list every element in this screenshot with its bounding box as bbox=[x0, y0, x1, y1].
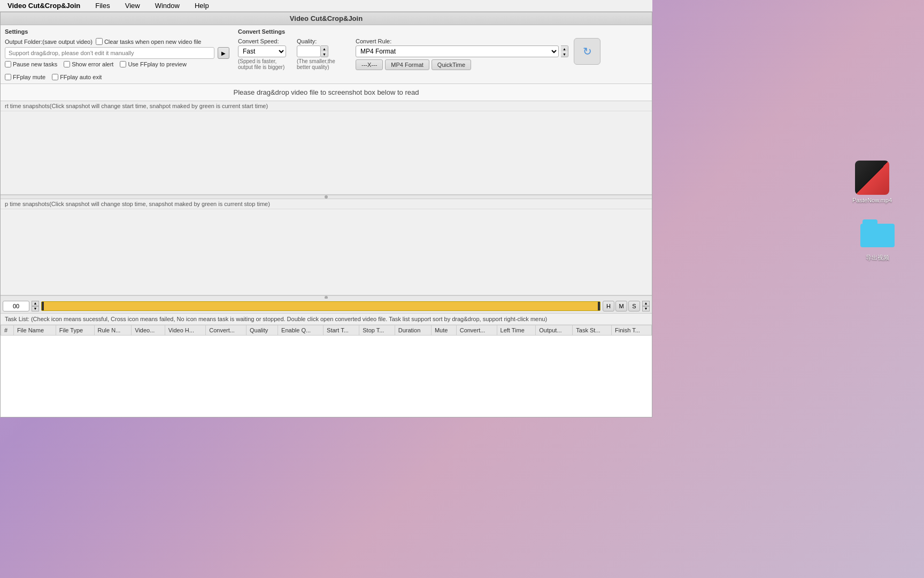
drag-drop-message: Please drag&drop video file to screensho… bbox=[1, 84, 652, 101]
end-time-decrement[interactable]: ▼ bbox=[642, 306, 650, 311]
pause-tasks-text: Pause new tasks bbox=[13, 61, 57, 67]
m-button[interactable]: M bbox=[615, 301, 627, 311]
end-time-stepper: ▲ ▼ bbox=[642, 301, 650, 311]
time-stepper: ▲ ▼ bbox=[32, 301, 39, 311]
divider-handle[interactable] bbox=[1, 195, 652, 199]
end-time-increment[interactable]: ▲ bbox=[642, 301, 650, 306]
video-thumbnail bbox=[855, 161, 889, 195]
rule-select-wrap: MP4 Format MOV Format AVI Format ▲ ▼ bbox=[356, 45, 568, 57]
ffplay-auto-exit-checkbox[interactable] bbox=[52, 74, 58, 80]
use-ffplay-label[interactable]: Use FFplay to preview bbox=[120, 61, 186, 67]
col-index: # bbox=[1, 325, 14, 336]
show-error-text: Show error alert bbox=[72, 61, 113, 67]
output-folder-label: Output Folder:(save output video) bbox=[5, 39, 93, 45]
pause-tasks-label[interactable]: Pause new tasks bbox=[5, 61, 57, 67]
convert-settings-title: Convert Settings bbox=[238, 28, 648, 35]
table-header: # File Name File Type Rule N... Video...… bbox=[1, 325, 652, 336]
quality-input[interactable]: 23 bbox=[297, 45, 321, 57]
title-bar: Video Cut&Crop&Join bbox=[1, 12, 652, 25]
s-button[interactable]: S bbox=[628, 301, 640, 311]
ffplay-auto-exit-label[interactable]: FFplay auto exit bbox=[52, 74, 102, 80]
video-file-label: PasteNow.mp4 bbox=[852, 197, 892, 203]
col-video: Video... bbox=[132, 325, 165, 336]
task-list-section: Task List: (Check icon means sucessful, … bbox=[1, 314, 652, 417]
menu-files[interactable]: Files bbox=[92, 0, 113, 12]
col-finisht: Finish T... bbox=[612, 325, 652, 336]
menu-window[interactable]: Window bbox=[152, 0, 183, 12]
col-startt: Start T... bbox=[324, 325, 359, 336]
h-button[interactable]: H bbox=[603, 301, 614, 311]
col-quality: Quality bbox=[247, 325, 278, 336]
col-convert2: Convert... bbox=[456, 325, 497, 336]
folder-container bbox=[860, 219, 895, 252]
rule-stepper: ▲ ▼ bbox=[561, 45, 568, 57]
task-list-info: Task List: (Check icon means sucessful, … bbox=[1, 314, 652, 325]
format-btn-xxx[interactable]: ---X--- bbox=[356, 59, 383, 70]
start-screenshot-area[interactable] bbox=[1, 111, 652, 194]
clear-tasks-checkbox[interactable] bbox=[96, 38, 103, 45]
speed-label: Convert Speed: bbox=[238, 38, 291, 44]
rule-decrement[interactable]: ▼ bbox=[561, 51, 568, 57]
menu-app[interactable]: Video Cut&Crop&Join bbox=[4, 0, 83, 12]
format-btn-mp4[interactable]: MP4 Format bbox=[385, 59, 429, 70]
col-enableq: Enable Q... bbox=[278, 325, 324, 336]
clear-tasks-text: Clear tasks when open new video file bbox=[104, 39, 202, 45]
settings-title: Settings bbox=[5, 28, 229, 35]
ffplay-mute-text: FFplay mute bbox=[13, 74, 45, 80]
speed-select[interactable]: Fast Medium Slow bbox=[238, 45, 286, 57]
convert-row: Convert Speed: Fast Medium Slow (Spped i… bbox=[238, 38, 648, 70]
task-data-table: # File Name File Type Rule N... Video...… bbox=[1, 325, 652, 336]
time-increment[interactable]: ▲ bbox=[32, 301, 39, 306]
time-decrement[interactable]: ▼ bbox=[32, 306, 39, 311]
col-taskst: Task St... bbox=[573, 325, 612, 336]
quality-input-wrap: 23 ▲ ▼ bbox=[297, 45, 350, 57]
rule-group: Convert Rule: MP4 Format MOV Format AVI … bbox=[356, 38, 568, 70]
start-screenshot-label: rt time snapshots(Click snapshot will ch… bbox=[1, 101, 652, 111]
format-btn-qt[interactable]: QuickTime bbox=[432, 59, 471, 70]
show-error-checkbox[interactable] bbox=[64, 61, 70, 67]
clear-tasks-label[interactable]: Clear tasks when open new video file bbox=[96, 38, 202, 45]
timeline-right-marker bbox=[598, 302, 600, 310]
desktop-folder-icon[interactable]: 导出视频 bbox=[860, 219, 895, 262]
col-filetype: File Type bbox=[56, 325, 94, 336]
checkbox-row: Pause new tasks Show error alert Use FFp… bbox=[5, 61, 229, 80]
folder-body bbox=[860, 224, 895, 247]
folder-label: 导出视频 bbox=[866, 254, 889, 262]
format-buttons: ---X--- MP4 Format QuickTime bbox=[356, 59, 568, 70]
col-convert: Convert... bbox=[206, 325, 247, 336]
stop-screenshot-area[interactable] bbox=[1, 209, 652, 295]
ffplay-mute-checkbox[interactable] bbox=[5, 74, 11, 80]
menu-bar: Video Cut&Crop&Join Files View Window He… bbox=[0, 0, 652, 12]
settings-panel: Settings Output Folder:(save output vide… bbox=[1, 25, 652, 84]
col-videoh: Video H... bbox=[165, 325, 205, 336]
pause-tasks-checkbox[interactable] bbox=[5, 61, 11, 67]
quality-increment[interactable]: ▲ bbox=[321, 46, 328, 51]
folder-input-row: ▶ bbox=[5, 47, 229, 59]
col-filename: File Name bbox=[13, 325, 56, 336]
show-error-label[interactable]: Show error alert bbox=[64, 61, 113, 67]
rule-select[interactable]: MP4 Format MOV Format AVI Format bbox=[356, 45, 559, 57]
col-output: Output... bbox=[536, 325, 573, 336]
time-start-input[interactable] bbox=[3, 301, 29, 311]
speed-hint: (Spped is faster, output file is bigger) bbox=[238, 58, 291, 70]
use-ffplay-checkbox[interactable] bbox=[120, 61, 126, 67]
menu-help[interactable]: Help bbox=[191, 0, 212, 12]
use-ffplay-text: Use FFplay to preview bbox=[128, 61, 186, 67]
col-stopt: Stop T... bbox=[359, 325, 395, 336]
window-title: Video Cut&Crop&Join bbox=[290, 14, 363, 22]
folder-browse-button[interactable]: ▶ bbox=[218, 47, 229, 59]
timeline-bar[interactable] bbox=[41, 301, 600, 311]
folder-path-input[interactable] bbox=[5, 47, 214, 59]
quality-stepper: ▲ ▼ bbox=[321, 45, 328, 57]
quality-decrement[interactable]: ▼ bbox=[321, 51, 328, 57]
video-thumbnail-img bbox=[855, 161, 889, 195]
task-table[interactable]: # File Name File Type Rule N... Video...… bbox=[1, 325, 652, 417]
rule-increment[interactable]: ▲ bbox=[561, 46, 568, 51]
output-folder-row: Output Folder:(save output video) Clear … bbox=[5, 38, 229, 45]
ffplay-mute-label[interactable]: FFplay mute bbox=[5, 74, 45, 80]
desktop-video-icon[interactable]: PasteNow.mp4 bbox=[852, 161, 892, 203]
timeline-left-marker bbox=[42, 302, 44, 310]
col-mute: Mute bbox=[431, 325, 456, 336]
refresh-button[interactable]: ↻ bbox=[574, 38, 600, 65]
menu-view[interactable]: View bbox=[122, 0, 143, 12]
